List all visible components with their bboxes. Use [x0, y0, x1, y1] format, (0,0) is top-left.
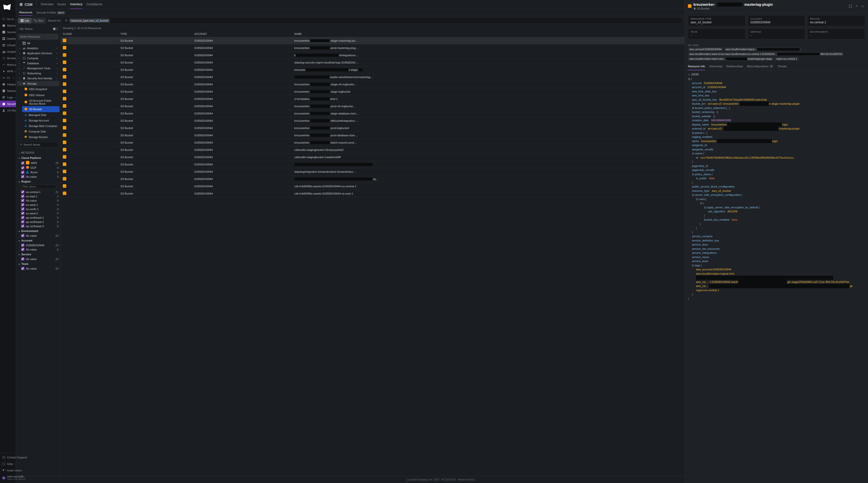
nav-monitors[interactable]: Monitors›: [0, 55, 16, 62]
view-list-button[interactable]: List: [18, 18, 31, 23]
close-panel-button[interactable]: [860, 4, 865, 9]
tree-ebs-volume[interactable]: EBS Volume: [22, 92, 60, 98]
table-row[interactable]: S3 Bucket 018500243944 kreuzwerker-█████…: [61, 88, 685, 95]
table-row[interactable]: S3 Bucket 018500243944 cdk-hnb659fds-ass…: [61, 183, 685, 190]
col-cloud[interactable]: CLOUD: [61, 31, 118, 37]
breadcrumb-my-teams[interactable]: My Teams: [20, 27, 33, 30]
tab-overview[interactable]: Overview: [41, 0, 53, 9]
expand-panel-button[interactable]: [848, 4, 853, 9]
tree-storage-account[interactable]: Storage Account: [22, 118, 60, 123]
facet-cloud-platform[interactable]: ⌄Cloud Platform: [18, 155, 59, 160]
facet-region-item[interactable]: No value0: [18, 198, 59, 202]
facet-region[interactable]: ⌄Region: [18, 179, 59, 184]
tag-chip[interactable]: aws:cloudformation:stack-id:arn:aws:clou…: [688, 52, 844, 56]
facet-account-novalue[interactable]: No value0: [18, 247, 59, 252]
tree-managed-disk[interactable]: Managed Disk: [22, 112, 60, 118]
nav-dashboards[interactable]: Dashboards›: [0, 35, 16, 42]
nav-notebooks[interactable]: Notebooks›: [0, 88, 16, 94]
tree-storage-blob-container[interactable]: Storage Blob Container: [22, 123, 60, 129]
tree-ebs-snapshot[interactable]: EBS Snapshot: [22, 86, 60, 92]
tab-issues[interactable]: Issues: [57, 0, 66, 9]
table-row[interactable]: S3 Bucket 018500243944 kreuzwerker-█████…: [61, 139, 685, 147]
tree-mgmt-tools[interactable]: ›Management Tools›: [17, 66, 60, 71]
tag-chip[interactable]: aws_account:018500243944: [688, 47, 723, 51]
tree-storage-bucket[interactable]: Storage Bucket: [22, 134, 60, 140]
tree-s3-account-pab[interactable]: S3 Account Public Access Block: [22, 98, 60, 106]
resources-table-container[interactable]: CLOUD TYPE ACCOUNT NAME S3 Bucket 018500…: [61, 31, 685, 476]
facet-region-item[interactable]: eu-west-20: [18, 211, 59, 215]
tree-analytics[interactable]: ›Analytics›: [17, 46, 60, 51]
table-row[interactable]: S3 Bucket 018500243944 █████████████████…: [61, 175, 685, 183]
search-input[interactable]: resource_type:aws_s3_bucket: [63, 17, 683, 24]
tab-compliance[interactable]: Compliance: [86, 0, 102, 9]
col-name[interactable]: NAME: [292, 31, 685, 37]
table-row[interactable]: S3 Bucket 018500243944 kreuzwerker-█████…: [61, 132, 685, 139]
nav-ci[interactable]: CI›: [0, 74, 16, 81]
facet-cloud-novalue[interactable]: No value0: [18, 174, 59, 179]
table-row[interactable]: S3 Bucket 018500243944 █████████████████…: [61, 73, 685, 81]
facet-region-item[interactable]: us-east-12: [18, 194, 59, 198]
table-row[interactable]: S3 Bucket 018500243944 █████████████████…: [61, 161, 685, 168]
col-account[interactable]: ACCOUNT: [192, 31, 292, 37]
nav-security[interactable]: Security›: [0, 101, 16, 107]
nav-contact-support[interactable]: ?Contact Support: [0, 454, 16, 461]
table-row[interactable]: S3 Bucket 018500243944 k████████████████…: [61, 52, 685, 59]
facet-service-novalue[interactable]: No value23: [18, 257, 59, 261]
detail-tab-ownership[interactable]: Ownership: [709, 63, 722, 70]
open-external-button[interactable]: [854, 4, 859, 9]
facet-account[interactable]: ⌄Account: [18, 238, 59, 243]
facet-region-item[interactable]: ap-northeast-30: [18, 224, 59, 228]
tab-inventory[interactable]: Inventory: [70, 0, 82, 9]
facet-aws[interactable]: AWS23: [18, 160, 59, 165]
json-viewer[interactable]: ⌄JSON ⊟ { account 018500243944 account_i…: [685, 70, 868, 483]
table-row[interactable]: S3 Bucket 018500243944 kreuzwerker-█████…: [61, 81, 685, 88]
table-row[interactable]: S3 Bucket 018500243944 cdktoolkit-stagin…: [61, 147, 685, 154]
tree-app-services[interactable]: ›Application Services›: [17, 51, 60, 56]
footer-msa-link[interactable]: Master Subscri…: [458, 478, 477, 481]
nav-help[interactable]: Help›: [0, 461, 16, 467]
search-filter-chip[interactable]: resource_type:aws_s3_bucket: [69, 19, 110, 23]
tree-compute[interactable]: ›Compute›: [17, 56, 60, 61]
nav-apm[interactable]: APM›: [0, 68, 16, 74]
facet-gcp[interactable]: GCP0: [18, 165, 59, 170]
table-row[interactable]: S3 Bucket 018500243944 kreuzwerker-█████…: [61, 44, 685, 52]
detail-tab-relationships[interactable]: Relationships: [726, 63, 743, 70]
facet-team-novalue[interactable]: No value23: [18, 266, 59, 270]
tree-security-identity[interactable]: ›Security And Identity›: [17, 76, 60, 81]
select-resource-dropdown[interactable]: Select Resource: [18, 34, 59, 40]
facet-region-item[interactable]: ap-northeast-20: [18, 220, 59, 224]
tree-networking[interactable]: ›Networking›: [17, 71, 60, 76]
tag-chip[interactable]: aws:cloudformation:stack-nam…███████████…: [688, 57, 774, 61]
facet-env-novalue[interactable]: No value23: [18, 233, 59, 238]
tree-all[interactable]: All: [17, 41, 60, 46]
facet-environment[interactable]: ⌄Environment: [18, 228, 59, 233]
facet-search-input[interactable]: Search facets: [18, 142, 59, 148]
datadog-logo[interactable]: [0, 0, 16, 15]
nav-service-mgmt[interactable]: Service Mgmt›: [0, 29, 16, 35]
facet-azure[interactable]: Azure0: [18, 170, 59, 174]
facet-service[interactable]: ⌄Service: [18, 252, 59, 257]
subtab-resources[interactable]: Resources: [19, 9, 32, 16]
facet-team[interactable]: ⌄Team: [18, 261, 59, 266]
table-row[interactable]: S3 Bucket 018500243944 cdk-hnb659fds-ass…: [61, 190, 685, 197]
nav-logs[interactable]: Logs›: [0, 94, 16, 101]
table-row[interactable]: S3 Bucket 018500243944 kreuzwerker-█████…: [61, 125, 685, 132]
table-row[interactable]: S3 Bucket 018500243944 kreuzwer█████████…: [61, 66, 685, 73]
table-row[interactable]: S3 Bucket 018500243944 kreuzwerker-█████…: [61, 110, 685, 117]
region-filter-input[interactable]: [21, 185, 56, 189]
tree-compute-disk[interactable]: Compute Disk: [22, 129, 60, 134]
table-row[interactable]: S3 Bucket 018500243944 cdktoolkit-stagin…: [61, 154, 685, 161]
nav-integrations[interactable]: Integrations›: [0, 81, 16, 88]
nav-invite-users[interactable]: +Invite Users: [0, 467, 16, 474]
table-row[interactable]: S3 Bucket 018500243944 kreuzwerker-█████…: [61, 103, 685, 110]
detail-tab-resource-info[interactable]: Resource Info: [688, 63, 705, 70]
nav-watchdog[interactable]: Watchdog: [0, 22, 16, 29]
table-row[interactable]: S3 Bucket 018500243944 kreuzwerker-█████…: [61, 117, 685, 125]
table-row[interactable]: S3 Bucket 018500243944 datadog-security-…: [61, 59, 685, 66]
tree-storage[interactable]: ⌄Storage: [17, 81, 60, 86]
my-teams-toggle[interactable]: [53, 27, 59, 31]
facet-region-item[interactable]: eu-west-10: [18, 202, 59, 207]
json-header[interactable]: ⌄JSON: [688, 72, 865, 76]
view-map-button[interactable]: Map: [31, 18, 46, 23]
facet-region-item[interactable]: ap-northeast-10: [18, 215, 59, 220]
